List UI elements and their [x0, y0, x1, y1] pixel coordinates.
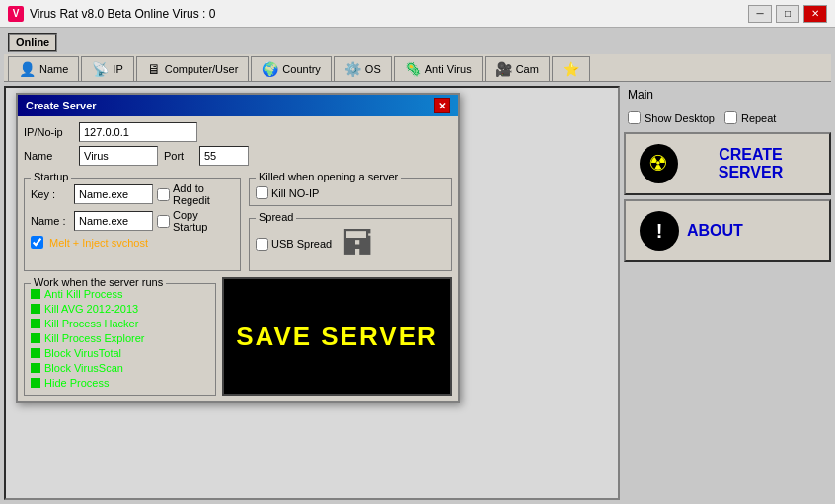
work-item-2: Kill Process Hacker: [31, 318, 209, 329]
window-controls: ─ □ ✕: [748, 5, 827, 23]
modal-titlebar: Create Server ✕: [18, 95, 458, 116]
key-row: Key : Add to Regedit: [31, 182, 234, 206]
copy-startup-label[interactable]: Copy Startup: [157, 209, 234, 233]
online-bar: Online: [8, 33, 57, 52]
antivirus-tab-icon: 🦠: [405, 61, 421, 77]
country-tab-icon: 🌍: [262, 61, 278, 77]
app-icon: V: [8, 6, 24, 22]
add-regedit-label[interactable]: Add to Regedit: [157, 182, 234, 206]
work-item-1: Kill AVG 2012-2013: [31, 303, 209, 315]
app-title: Virus Rat v8.0 Beta Online Virus : 0: [30, 7, 748, 21]
work-list: Anti Kill Process Kill AVG 2012-2013 Kil…: [31, 288, 209, 389]
maximize-button[interactable]: □: [776, 5, 799, 23]
ip-label: IP/No-ip: [24, 126, 73, 138]
repeat-checkbox[interactable]: [724, 111, 737, 124]
ip-input[interactable]: [79, 122, 197, 142]
right-panel: Main Show Desktop Repeat ☢ CREATE SERVER: [624, 86, 831, 500]
kill-noip-checkbox[interactable]: [256, 186, 268, 199]
melt-row: Melt + Inject svchost: [31, 236, 234, 249]
hazard-icon: ☢: [640, 144, 678, 183]
tab-star[interactable]: ⭐: [552, 56, 590, 81]
cam-tab-icon: 🎥: [495, 61, 512, 77]
tab-bar: 👤 Name 📡 IP 🖥 Computer/User 🌍 Country ⚙️…: [4, 54, 831, 82]
name2-input[interactable]: [74, 211, 153, 231]
name-port-row: Name Port: [24, 146, 452, 166]
killed-group: Killed when opening a server Kill NO-IP: [249, 178, 452, 206]
star-tab-icon: ⭐: [563, 61, 579, 77]
tab-computer-user[interactable]: 🖥 Computer/User: [136, 56, 250, 81]
show-desktop-label[interactable]: Show Desktop: [628, 111, 715, 124]
work-item-3: Kill Process Explorer: [31, 332, 209, 344]
usb-spread-row[interactable]: USB Spread: [256, 238, 332, 251]
work-item-5: Block VirusScan: [31, 362, 209, 374]
save-server-box[interactable]: SAVE SERVER: [222, 277, 452, 396]
tab-name[interactable]: 👤 Name: [8, 56, 79, 81]
usb-icon: 🖬: [340, 223, 375, 264]
work-dot-0: [31, 289, 40, 299]
work-item-6: Hide Process: [31, 377, 209, 389]
ip-tab-icon: 📡: [92, 61, 109, 77]
tab-ip[interactable]: 📡 IP: [81, 56, 133, 81]
spread-group: Spread USB Spread 🖬: [249, 218, 452, 271]
os-tab-icon: ⚙️: [344, 61, 361, 77]
minimize-button[interactable]: ─: [748, 5, 772, 23]
port-input[interactable]: [199, 146, 249, 166]
work-dot-6: [31, 378, 40, 388]
tab-cam[interactable]: 🎥 Cam: [485, 56, 550, 81]
modal-body: IP/No-ip Name Port: [18, 116, 458, 401]
modal-overlay: Create Server ✕ IP/No-ip Name: [6, 88, 618, 498]
two-col-section: Startup Key : Add to Regedit: [24, 172, 452, 271]
work-dot-4: [31, 348, 40, 358]
create-server-button[interactable]: ☢ CREATE SERVER: [624, 132, 831, 195]
work-item-0: Anti Kill Process: [31, 288, 209, 300]
right-checkboxes: Show Desktop Repeat: [624, 108, 831, 128]
usb-spread-checkbox[interactable]: [256, 238, 268, 251]
work-dot-5: [31, 363, 40, 373]
tab-os[interactable]: ⚙️ OS: [334, 56, 392, 81]
work-dot-3: [31, 333, 40, 343]
work-group: Work when the server runs Anti Kill Proc…: [24, 283, 216, 396]
main-label: Main: [624, 86, 831, 104]
bottom-section: Work when the server runs Anti Kill Proc…: [24, 277, 452, 396]
about-label-text: ABOUT: [687, 222, 743, 240]
app-container: Online 👤 Name 📡 IP 🖥 Computer/User 🌍 Cou…: [0, 28, 835, 504]
startup-group: Startup Key : Add to Regedit: [24, 178, 241, 271]
ip-row: IP/No-ip: [24, 122, 452, 142]
name-input[interactable]: [79, 146, 158, 166]
key-input[interactable]: [74, 184, 153, 204]
kill-noip-row[interactable]: Kill NO-IP: [256, 186, 445, 199]
work-dot-1: [31, 304, 40, 314]
title-bar: V Virus Rat v8.0 Beta Online Virus : 0 ─…: [0, 0, 835, 28]
copy-startup-checkbox[interactable]: [157, 215, 170, 228]
client-list-panel: Create Server ✕ IP/No-ip Name: [4, 86, 620, 500]
modal-close-button[interactable]: ✕: [434, 98, 450, 113]
about-icon: !: [640, 211, 679, 251]
content-area: Create Server ✕ IP/No-ip Name: [0, 82, 835, 504]
computer-tab-icon: 🖥: [147, 61, 161, 77]
tab-antivirus[interactable]: 🦠 Anti Virus: [394, 56, 483, 81]
modal-title: Create Server: [26, 100, 97, 111]
work-dot-2: [31, 319, 40, 328]
name-tab-icon: 👤: [19, 61, 36, 77]
tab-country[interactable]: 🌍 Country: [251, 56, 332, 81]
port-label: Port: [164, 150, 193, 162]
repeat-label[interactable]: Repeat: [724, 111, 776, 124]
work-item-4: Block VirusTotal: [31, 347, 209, 359]
melt-checkbox[interactable]: [31, 236, 43, 249]
show-desktop-checkbox[interactable]: [628, 111, 641, 124]
close-button[interactable]: ✕: [803, 5, 827, 23]
create-server-label-text: CREATE SERVER: [686, 146, 815, 181]
create-server-modal: Create Server ✕ IP/No-ip Name: [16, 93, 460, 403]
save-server-label: SAVE SERVER: [236, 322, 438, 352]
add-regedit-checkbox[interactable]: [157, 188, 170, 201]
name2-row: Name : Copy Startup: [31, 209, 234, 233]
about-button[interactable]: ! ABOUT: [624, 199, 831, 262]
name-label: Name: [24, 150, 73, 162]
